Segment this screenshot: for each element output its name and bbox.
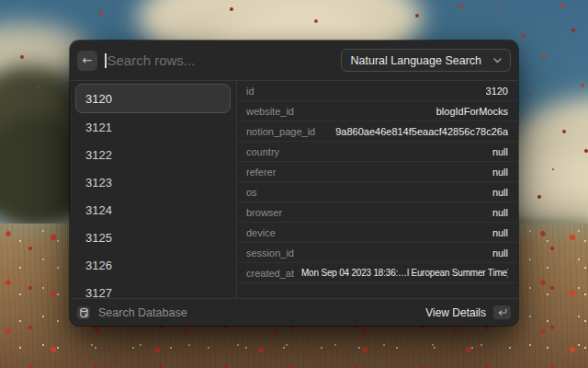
field-key: id [246, 86, 254, 97]
detail-row: country null [237, 142, 518, 162]
field-value: null [492, 146, 508, 157]
row-list-item[interactable]: 3123 [75, 168, 231, 196]
field-value: null [492, 187, 508, 198]
row-list[interactable]: 3120 3121 3122 3123 3124 3125 3126 3127 [70, 81, 237, 298]
field-key: device [246, 227, 276, 238]
field-value: null [492, 207, 508, 218]
detail-row: created_at Mon Sep 04 2023 18:36:…l Euro… [237, 263, 518, 283]
footer-app: Search Database [77, 306, 187, 319]
detail-row: id 3120 [237, 81, 518, 101]
field-key: created_at [246, 268, 294, 279]
modal-body: 3120 3121 3122 3123 3124 3125 3126 3127 … [70, 81, 518, 298]
row-list-item[interactable]: 3127 [75, 279, 231, 298]
search-placeholder: Search rows... [107, 52, 196, 68]
row-list-item[interactable]: 3121 [75, 113, 231, 141]
row-list-item[interactable]: 3125 [75, 224, 231, 251]
back-button[interactable]: ← [77, 51, 97, 71]
field-key: browser [246, 207, 282, 218]
field-value: 9a860ae46e814f5eaacf42856c78c26a [335, 126, 508, 137]
row-list-item[interactable]: 3124 [75, 196, 231, 224]
field-key: referer [246, 167, 276, 178]
background-painting: ← Search rows... Natural Language Search… [0, 0, 588, 368]
field-key: os [246, 187, 257, 198]
search-mode-dropdown[interactable]: Natural Language Search [341, 49, 511, 72]
field-value: null [492, 247, 508, 259]
modal-header: ← Search rows... Natural Language Search [70, 40, 518, 81]
footer-app-label: Search Database [98, 306, 187, 319]
detail-row: browser null [237, 202, 518, 223]
field-key: notion_page_id [246, 126, 315, 137]
detail-row: notion_page_id 9a860ae46e814f5eaacf42856… [237, 121, 518, 142]
field-value: null [492, 167, 508, 178]
text-cursor [105, 53, 107, 68]
detail-row: referer null [237, 162, 518, 182]
row-details: id 3120 website_id blogIdForMocks notion… [237, 81, 518, 298]
field-key: session_id [246, 247, 294, 259]
chevron-down-icon [493, 58, 502, 63]
field-value: blogIdForMocks [436, 106, 508, 117]
enter-key-icon [493, 305, 511, 319]
detail-row: device null [237, 223, 518, 243]
search-input[interactable]: Search rows... [105, 52, 334, 68]
search-modal: ← Search rows... Natural Language Search… [70, 40, 518, 326]
modal-footer: Search Database View Details [70, 298, 518, 326]
detail-row: os null [237, 182, 518, 202]
dropdown-value: Natural Language Search [351, 54, 481, 67]
field-value: 3120 [486, 86, 508, 97]
database-icon [77, 306, 90, 319]
detail-row: session_id null [237, 243, 518, 263]
view-details-label: View Details [425, 306, 486, 319]
row-list-item[interactable]: 3126 [75, 251, 231, 279]
back-arrow-icon: ← [83, 54, 93, 66]
field-key: country [246, 146, 279, 157]
row-list-item[interactable]: 3120 [75, 84, 231, 113]
field-value: Mon Sep 04 2023 18:36:…l European Summer… [301, 268, 508, 278]
detail-row: website_id blogIdForMocks [237, 101, 518, 121]
field-key: website_id [246, 106, 294, 117]
view-details-button[interactable]: View Details [425, 305, 511, 319]
field-value: null [492, 227, 508, 238]
row-list-item[interactable]: 3122 [75, 141, 231, 168]
